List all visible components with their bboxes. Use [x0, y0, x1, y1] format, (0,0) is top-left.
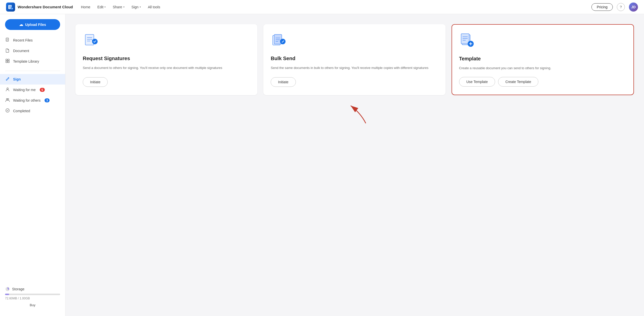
initiate-button-2[interactable]: Initiate [271, 77, 296, 87]
logo-icon [6, 3, 15, 12]
svg-rect-8 [6, 61, 7, 63]
logo-area[interactable]: Wondershare Document Cloud [6, 3, 73, 12]
svg-point-12 [8, 99, 9, 100]
sidebar-item-waiting-for-me[interactable]: Waiting for me 5 [0, 85, 65, 95]
annotation-arrow [346, 103, 376, 126]
nav-share[interactable]: Share ▾ [113, 5, 124, 9]
upload-icon: ☁ [19, 22, 23, 27]
user-avatar[interactable]: JD [629, 3, 638, 12]
storage-bar [5, 294, 60, 295]
nav-sign[interactable]: Sign ▾ [132, 5, 141, 9]
sidebar-section-sign: Sign Waiting for me 5 [0, 74, 65, 116]
nav-edit[interactable]: Edit ▾ [97, 5, 106, 9]
request-signatures-desc: Send a document to others for signing. Y… [83, 65, 250, 71]
svg-point-10 [7, 88, 8, 89]
main-layout: ☁ Upload Files Recent Files [0, 14, 644, 316]
sidebar: ☁ Upload Files Recent Files [0, 14, 65, 316]
bulk-send-card: Bulk Send Send the same documents in bul… [263, 24, 445, 95]
waiting-for-me-badge: 5 [40, 88, 45, 92]
waiting-for-others-badge: 3 [45, 98, 50, 102]
request-signatures-icon-area [83, 32, 250, 50]
sidebar-storage: Storage 72.60MB / 1.00GB Buy [0, 283, 65, 311]
storage-usage-text: 72.60MB / 1.00GB [5, 297, 60, 300]
sidebar-item-waiting-for-others[interactable]: Waiting for others 3 [0, 95, 65, 106]
template-icon [459, 33, 475, 49]
template-icon-area [459, 33, 626, 50]
template-desc: Create a reusable document you can send … [459, 66, 626, 71]
sidebar-section-files: Recent Files Document [0, 35, 65, 67]
svg-rect-9 [8, 61, 9, 63]
sign-icon [5, 76, 10, 82]
recent-files-icon [5, 37, 10, 43]
svg-rect-7 [8, 59, 9, 61]
use-template-button[interactable]: Use Template [459, 77, 495, 87]
sidebar-item-recent-files[interactable]: Recent Files [0, 35, 65, 46]
nav-right: Pricing ? JD [591, 3, 638, 12]
svg-rect-6 [6, 59, 7, 61]
pricing-button[interactable]: Pricing [591, 3, 613, 11]
sidebar-item-template-library[interactable]: Template Library [0, 56, 65, 67]
waiting-for-others-icon [5, 98, 10, 103]
initiate-button-1[interactable]: Initiate [83, 77, 108, 87]
nav-all-tools[interactable]: All tools [148, 5, 160, 9]
storage-bar-fill [5, 294, 9, 295]
template-library-icon [5, 59, 10, 64]
share-chevron-icon: ▾ [123, 6, 125, 8]
svg-point-11 [6, 99, 8, 100]
bulk-send-icon-area [271, 32, 438, 50]
request-signatures-card: Request Signatures Send a document to ot… [75, 24, 257, 95]
template-card: Template Create a reusable document you … [452, 24, 634, 95]
template-title: Template [459, 56, 626, 62]
template-actions: Use Template Create Template [459, 77, 626, 87]
sidebar-item-document[interactable]: Document [0, 46, 65, 56]
main-content: Request Signatures Send a document to ot… [65, 14, 644, 316]
bulk-send-title: Bulk Send [271, 56, 438, 61]
nav-home[interactable]: Home [81, 5, 90, 9]
edit-chevron-icon: ▾ [104, 6, 106, 8]
nav-links: Home Edit ▾ Share ▾ Sign ▾ All tools [81, 5, 583, 9]
completed-icon [5, 108, 10, 114]
request-signatures-icon [83, 32, 99, 49]
sign-chevron-icon: ▾ [140, 6, 141, 8]
request-signatures-actions: Initiate [83, 77, 250, 87]
create-template-button[interactable]: Create Template [498, 77, 538, 87]
sidebar-item-sign[interactable]: Sign [0, 74, 65, 85]
help-button[interactable]: ? [617, 3, 625, 11]
cards-row: Request Signatures Send a document to ot… [75, 24, 634, 95]
svg-point-1 [11, 7, 13, 10]
storage-pie-icon [5, 287, 10, 292]
buy-button[interactable]: Buy [5, 303, 60, 307]
waiting-for-me-icon [5, 87, 10, 93]
sidebar-item-completed[interactable]: Completed [0, 106, 65, 116]
bulk-send-desc: Send the same documents in bulk to other… [271, 65, 438, 71]
upload-button[interactable]: ☁ Upload Files [5, 19, 60, 30]
document-icon [5, 48, 10, 54]
request-signatures-title: Request Signatures [83, 56, 250, 61]
bulk-send-actions: Initiate [271, 77, 438, 87]
annotation-area [75, 103, 634, 128]
bulk-send-icon [271, 32, 287, 49]
svg-rect-31 [461, 34, 469, 44]
sidebar-divider [5, 71, 60, 71]
storage-label: Storage [5, 287, 60, 292]
top-navigation: Wondershare Document Cloud Home Edit ▾ S… [0, 0, 644, 14]
svg-rect-14 [85, 34, 94, 45]
logo-text: Wondershare Document Cloud [18, 5, 73, 9]
